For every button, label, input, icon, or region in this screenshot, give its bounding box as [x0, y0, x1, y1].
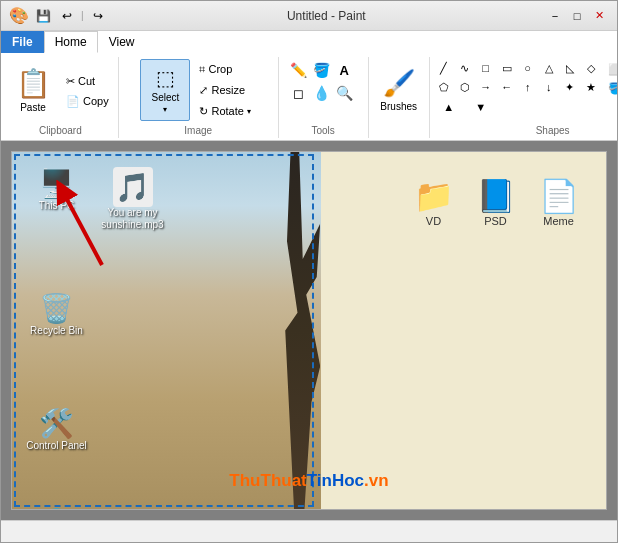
shapes-scroll-down[interactable]: ▼ — [466, 98, 496, 116]
folder-vd[interactable]: 📁 VD — [406, 177, 461, 227]
brushes-content: 🖌️ Brushes — [373, 59, 425, 134]
folder-psd[interactable]: 📘 PSD — [468, 177, 523, 227]
shape-rounded-rect[interactable]: ▭ — [497, 59, 517, 77]
save-button[interactable]: 💾 — [33, 6, 53, 26]
tools-group: ✏️ 🪣 A ◻ 💧 🔍 Tools — [279, 57, 369, 138]
magnifier-button[interactable]: 🔍 — [333, 82, 355, 104]
fill-color-button[interactable]: 🪣 Fill ▾ — [603, 80, 618, 97]
quick-access-toolbar: 🎨 💾 ↩ | ↪ — [9, 6, 108, 26]
select-label: Select — [152, 92, 180, 103]
shapes-scroll-up[interactable]: ▲ — [434, 98, 464, 116]
shape-arrow-up[interactable]: ↑ — [518, 78, 538, 96]
tools-content: ✏️ 🪣 A ◻ 💧 🔍 — [287, 59, 359, 123]
text-button[interactable]: A — [333, 59, 355, 81]
shape-ellipse[interactable]: ○ — [518, 59, 538, 77]
content-area: 🖥️ This PC 🎵 You are my sunshine.mp3 🗑️ … — [1, 141, 617, 542]
crop-icon: ⌗ — [199, 63, 205, 76]
fill-button[interactable]: 🪣 — [310, 59, 332, 81]
outline-icon: ⬜ — [608, 63, 618, 76]
desktop-icon-music[interactable]: 🎵 You are my sunshine.mp3 — [100, 167, 165, 231]
window-title: Untitled - Paint — [108, 9, 545, 23]
window-controls: − □ ✕ — [545, 6, 609, 26]
desktop-icon-thispc[interactable]: 🖥️ This PC — [24, 167, 89, 211]
shape-line[interactable]: ╱ — [434, 59, 454, 77]
eraser-button[interactable]: ◻ — [287, 82, 309, 104]
select-button[interactable]: ⬚ Select ▾ — [140, 59, 190, 121]
thispc-icon: 🖥️ — [39, 167, 74, 200]
shape-right-triangle[interactable]: ◺ — [560, 59, 580, 77]
color-picker-button[interactable]: 💧 — [310, 82, 332, 104]
cut-label: Cut — [78, 75, 95, 87]
shape-diamond[interactable]: ◇ — [581, 59, 601, 77]
shape-triangle[interactable]: △ — [539, 59, 559, 77]
folder-meme[interactable]: 📄 Meme — [531, 177, 586, 227]
crop-button[interactable]: ⌗ Crop — [194, 60, 255, 79]
shapes-nav: ▲ ▼ — [434, 98, 601, 116]
brushes-icon: 🖌️ — [383, 68, 415, 99]
shape-curve[interactable]: ∿ — [455, 59, 475, 77]
shape-rect[interactable]: □ — [476, 59, 496, 77]
shape-arrow-right[interactable]: → — [476, 78, 496, 96]
meme-icon: 📄 — [539, 177, 579, 215]
resize-label: Resize — [211, 84, 245, 96]
shape-star5[interactable]: ★ — [581, 78, 601, 96]
crop-label: Crop — [208, 63, 232, 75]
outline-button[interactable]: ⬜ Outline ▾ — [603, 61, 618, 78]
desktop-icon-controlpanel[interactable]: 🛠️ Control Panel — [24, 407, 89, 451]
paint-canvas[interactable]: 🖥️ This PC 🎵 You are my sunshine.mp3 🗑️ … — [11, 151, 607, 510]
shape-pentagon[interactable]: ⬠ — [434, 78, 454, 96]
clipboard-content: 📋 Paste ✂ Cut 📄 Copy — [7, 59, 114, 123]
canvas-scroll[interactable]: 🖥️ This PC 🎵 You are my sunshine.mp3 🗑️ … — [1, 141, 617, 520]
image-group-label: Image — [184, 123, 212, 136]
watermark: ThuThuatTinHoc.vn — [229, 471, 388, 491]
shape-arrow-down[interactable]: ↓ — [539, 78, 559, 96]
rotate-icon: ↻ — [199, 105, 208, 118]
tools-group-label: Tools — [312, 123, 335, 136]
watermark-orange: ThuThuat — [229, 471, 306, 490]
shape-star4[interactable]: ✦ — [560, 78, 580, 96]
statusbar — [1, 520, 617, 542]
vd-label: VD — [426, 215, 441, 227]
psd-label: PSD — [484, 215, 507, 227]
brushes-button[interactable]: 🖌️ Brushes — [373, 59, 425, 121]
tab-home[interactable]: Home — [44, 31, 98, 53]
controlpanel-label: Control Panel — [26, 440, 87, 451]
paste-button[interactable]: 📋 Paste — [7, 59, 59, 121]
rotate-button[interactable]: ↻ Rotate ▾ — [194, 102, 255, 121]
music-icon: 🎵 — [113, 167, 153, 207]
fill-icon: 🪣 — [608, 82, 618, 95]
tab-file[interactable]: File — [1, 31, 44, 53]
redo-button[interactable]: ↪ — [88, 6, 108, 26]
edge-icon: 🌐 — [39, 507, 74, 510]
psd-icon: 📘 — [476, 177, 516, 215]
meme-label: Meme — [543, 215, 574, 227]
resize-button[interactable]: ⤢ Resize — [194, 81, 255, 100]
controlpanel-icon: 🛠️ — [39, 407, 74, 440]
clipboard-group: 📋 Paste ✂ Cut 📄 Copy Clipboa — [3, 57, 119, 138]
shapes-palette: ╱ ∿ □ ▭ ○ △ ◺ ◇ ⬠ ⬡ → ← ↑ — [434, 59, 601, 116]
image-group: ⬚ Select ▾ ⌗ Crop ⤢ Resize — [119, 57, 279, 138]
canvas-wrapper: 🖥️ This PC 🎵 You are my sunshine.mp3 🗑️ … — [1, 141, 617, 520]
shapes-grid: ╱ ∿ □ ▭ ○ △ ◺ ◇ ⬠ ⬡ → ← ↑ — [434, 59, 601, 96]
outline-fill-area: ⬜ Outline ▾ 🪣 Fill ▾ — [603, 61, 618, 97]
copy-button[interactable]: 📄 Copy — [61, 92, 114, 111]
cut-button[interactable]: ✂ Cut — [61, 72, 114, 91]
brushes-group: 🖌️ Brushes — [369, 57, 430, 138]
desktop-icon-recycle[interactable]: 🗑️ Recycle Bin — [24, 292, 89, 336]
minimize-button[interactable]: − — [545, 6, 565, 26]
pencil-button[interactable]: ✏️ — [287, 59, 309, 81]
desktop-icon-edge[interactable]: 🌐 Microsoft Edge — [24, 507, 89, 510]
undo-button[interactable]: ↩ — [57, 6, 77, 26]
maximize-button[interactable]: □ — [567, 6, 587, 26]
shape-arrow-left[interactable]: ← — [497, 78, 517, 96]
close-button[interactable]: ✕ — [589, 6, 609, 26]
tab-view[interactable]: View — [98, 31, 146, 53]
ribbon-tabs: File Home View — [1, 31, 617, 53]
recycle-icon: 🗑️ — [39, 292, 74, 325]
select-icon: ⬚ — [156, 66, 175, 90]
shape-hexagon[interactable]: ⬡ — [455, 78, 475, 96]
music-label: You are my sunshine.mp3 — [100, 207, 165, 231]
rotate-dropdown-icon: ▾ — [247, 107, 251, 116]
cut-icon: ✂ — [66, 75, 75, 88]
paste-icon: 📋 — [16, 67, 51, 100]
